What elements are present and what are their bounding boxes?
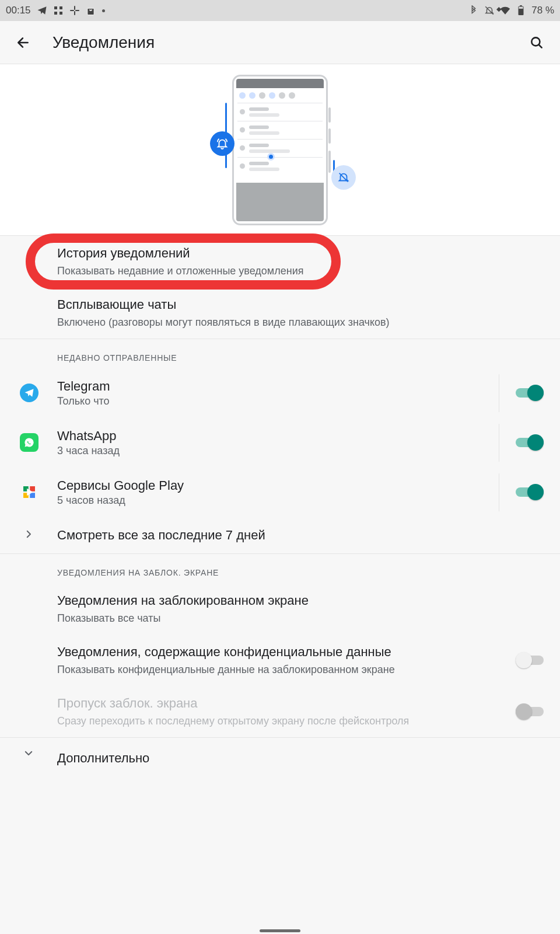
dnd-icon	[484, 5, 495, 16]
search-button[interactable]	[525, 31, 548, 54]
separator	[499, 473, 499, 511]
item-see-all-7-days[interactable]: Смотреть все за последние 7 дней	[0, 517, 560, 553]
svg-rect-2	[54, 12, 57, 15]
item-subtitle: Включено (разговоры могут появляться в в…	[57, 316, 544, 329]
nav-handle[interactable]	[260, 929, 300, 932]
wifi-signal-icon: ◆	[500, 5, 510, 16]
item-title: История уведомлений	[57, 245, 544, 262]
section-header-recent: НЕДАВНО ОТПРАВЛЕННЫЕ	[0, 339, 560, 368]
see-all-label: Смотреть все за последние 7 дней	[57, 528, 544, 543]
play-services-app-icon	[20, 483, 38, 501]
svg-rect-9	[520, 5, 522, 6]
app-name: WhatsApp	[57, 428, 508, 444]
chevron-right-icon	[23, 529, 34, 542]
toggle-play-services[interactable]	[516, 484, 544, 500]
status-bar: 00:15 ◆ 78 %	[0, 0, 560, 21]
app-row-google-play-services[interactable]: Сервисы Google Play 5 часов назад	[0, 468, 560, 517]
app-name: Telegram	[57, 379, 508, 394]
app-name: Сервисы Google Play	[57, 478, 508, 493]
item-subtitle: Показывать все чаты	[57, 612, 544, 625]
battery-icon	[516, 5, 526, 16]
bluetooth-icon	[468, 5, 479, 16]
back-button[interactable]	[12, 31, 35, 54]
item-notification-history[interactable]: История уведомлений Показывать недавние …	[0, 236, 560, 287]
bell-ring-icon	[210, 131, 235, 156]
toggle-skip-lockscreen	[516, 703, 544, 720]
separator	[499, 424, 499, 462]
svg-rect-7	[75, 10, 79, 11]
item-title: Уведомления, содержащие конфиденциальные…	[57, 644, 497, 661]
app-when: Только что	[57, 395, 508, 407]
bag-status-icon	[86, 5, 96, 16]
app-row-telegram[interactable]: Telegram Только что	[0, 368, 560, 418]
app-row-whatsapp[interactable]: WhatsApp 3 часа назад	[0, 418, 560, 468]
whatsapp-app-icon	[20, 433, 38, 452]
toggle-whatsapp[interactable]	[516, 434, 544, 451]
telegram-status-icon	[37, 5, 47, 16]
bell-off-icon	[331, 165, 356, 190]
separator	[499, 374, 499, 412]
more-status-icon	[102, 9, 105, 12]
app-bar: Уведомления	[0, 21, 560, 64]
item-skip-lockscreen: Пропуск заблок. экрана Сразу переходить …	[0, 686, 560, 737]
svg-rect-1	[60, 6, 62, 9]
svg-rect-0	[54, 6, 57, 9]
telegram-app-icon	[20, 384, 38, 402]
status-time: 00:15	[6, 5, 31, 16]
item-subtitle: Показывать недавние и отложенные уведомл…	[57, 264, 544, 278]
svg-rect-6	[70, 10, 74, 11]
item-title: Пропуск заблок. экрана	[57, 695, 497, 712]
advanced-label: Дополнительно	[57, 751, 544, 766]
svg-rect-4	[74, 6, 75, 10]
page-title: Уведомления	[52, 33, 155, 52]
slack-status-icon	[69, 5, 80, 16]
item-subtitle: Сразу переходить к последнему открытому …	[57, 715, 497, 728]
item-subtitle: Показывать конфиденциальные данные на за…	[57, 663, 497, 677]
item-title: Всплывающие чаты	[57, 297, 544, 313]
section-header-lockscreen: УВЕДОМЛЕНИЯ НА ЗАБЛОК. ЭКРАНЕ	[0, 554, 560, 583]
app-when: 3 часа назад	[57, 445, 508, 457]
hero-illustration	[0, 64, 560, 236]
svg-rect-3	[60, 12, 62, 15]
toggle-sensitive[interactable]	[516, 652, 544, 668]
battery-percent: 78 %	[531, 5, 554, 16]
toggle-telegram[interactable]	[516, 385, 544, 401]
item-title: Уведомления на заблокированном экране	[57, 593, 544, 609]
item-bubbles[interactable]: Всплывающие чаты Включено (разговоры мог…	[0, 287, 560, 339]
chevron-down-icon	[23, 748, 34, 761]
svg-rect-5	[74, 11, 75, 15]
app-when: 5 часов назад	[57, 494, 508, 507]
svg-rect-10	[519, 7, 523, 9]
item-sensitive-notifications[interactable]: Уведомления, содержащие конфиденциальные…	[0, 635, 560, 686]
apps-status-icon	[53, 5, 64, 16]
item-lockscreen-notifications[interactable]: Уведомления на заблокированном экране По…	[0, 583, 560, 635]
item-advanced[interactable]: Дополнительно	[0, 738, 560, 771]
